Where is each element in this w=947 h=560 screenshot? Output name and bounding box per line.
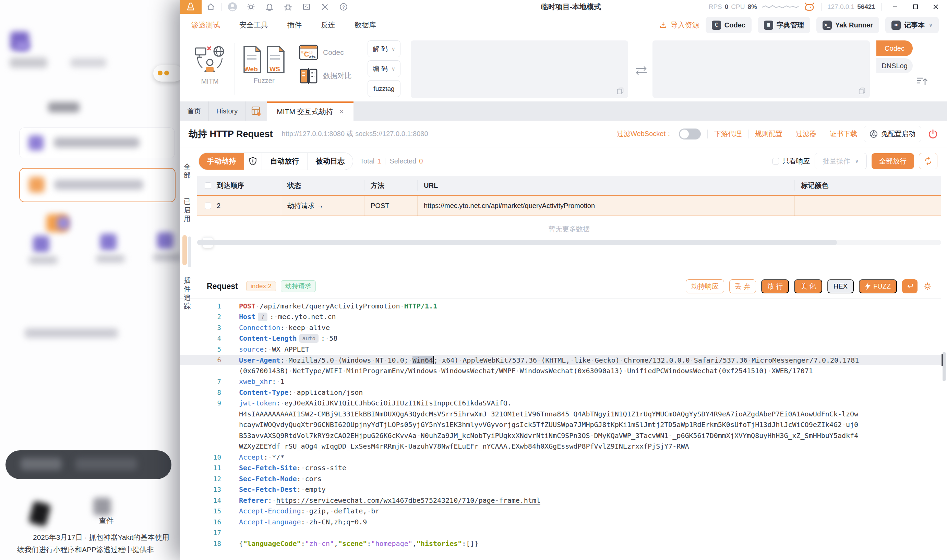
no-config-start-button[interactable]: 免配置启动 bbox=[864, 126, 921, 142]
row-checkbox[interactable] bbox=[205, 203, 211, 209]
codec-input-area[interactable] bbox=[411, 40, 628, 98]
avatar[interactable] bbox=[223, 0, 242, 14]
fuzz-label: FUZZ bbox=[873, 282, 891, 290]
codec-shortcut-button[interactable]: CCodec bbox=[705, 17, 751, 33]
port-text: 56421 bbox=[857, 3, 875, 11]
editor-scrollbar[interactable] bbox=[941, 299, 947, 560]
dict-manager-button[interactable]: ≣字典管理 bbox=[758, 17, 810, 33]
shield-alert-icon[interactable] bbox=[244, 153, 262, 170]
maximize-button[interactable] bbox=[908, 0, 923, 14]
sort-expand-icon[interactable] bbox=[916, 76, 928, 87]
menu-sectools[interactable]: 安全工具 bbox=[239, 20, 268, 30]
send-enter-button[interactable] bbox=[902, 279, 918, 293]
only-response-option[interactable]: 只看响应 bbox=[773, 157, 810, 166]
mitm-tool[interactable]: MITM bbox=[192, 45, 228, 85]
data-compare-tool[interactable]: 数据对比 bbox=[299, 67, 352, 84]
editor-settings-gear-icon[interactable] bbox=[923, 282, 932, 291]
total-count: Total 1 bbox=[360, 157, 381, 165]
divider bbox=[222, 3, 222, 11]
yak-runner-label: Yak Runner bbox=[835, 21, 873, 29]
swap-icon[interactable] bbox=[634, 65, 649, 75]
fuzz-button[interactable]: FUZZ bbox=[859, 279, 897, 293]
select-all-checkbox[interactable] bbox=[205, 182, 211, 189]
scrollbar-thumb[interactable] bbox=[197, 240, 837, 245]
request-panel-header: Request index:2 劫持请求 劫持响应 丢 弃 放 行 美 化 HE… bbox=[180, 274, 941, 299]
refresh-button[interactable] bbox=[919, 153, 938, 169]
tab-history[interactable]: History bbox=[209, 102, 245, 121]
bug-icon[interactable] bbox=[279, 0, 297, 14]
rail-scroll-indicator[interactable] bbox=[182, 235, 187, 265]
col-mark-color[interactable]: 标记颜色 bbox=[795, 180, 941, 191]
rail-scrollbar[interactable] bbox=[188, 237, 191, 267]
rail-tab-all[interactable]: 全部 bbox=[183, 162, 191, 180]
power-stop-icon[interactable] bbox=[928, 129, 938, 139]
table-horizontal-scrollbar[interactable] bbox=[197, 240, 941, 245]
quick-toolbar: MITM Web WS Fuzzer bbox=[180, 36, 947, 102]
col-method[interactable]: 方法 bbox=[365, 180, 417, 191]
tab-dnslog[interactable]: DNSLog bbox=[876, 58, 913, 73]
copy-icon[interactable] bbox=[616, 87, 624, 95]
tab-mitm-active[interactable]: MITM 交互式劫持 × bbox=[267, 102, 353, 121]
filter-websocket-toggle[interactable] bbox=[679, 129, 701, 140]
tab-manual-hijack[interactable]: 手动劫持 bbox=[199, 153, 244, 170]
rule-config-link[interactable]: 规则配置 bbox=[755, 129, 782, 138]
col-url[interactable]: URL bbox=[417, 180, 795, 191]
tab-home[interactable]: 首页 bbox=[180, 102, 209, 121]
beautify-button[interactable]: 美 化 bbox=[794, 279, 822, 293]
tab-passive-log[interactable]: 被动日志 bbox=[308, 153, 353, 170]
hijack-response-button[interactable]: 劫持响应 bbox=[686, 279, 724, 293]
table-row[interactable]: 2 劫持请求 → POST https://mec.yto.net.cn/api… bbox=[197, 195, 941, 216]
only-response-checkbox[interactable] bbox=[773, 158, 779, 165]
console-icon[interactable] bbox=[297, 0, 316, 14]
enter-icon bbox=[906, 282, 914, 290]
close-button[interactable] bbox=[928, 0, 944, 14]
downstream-proxy-link[interactable]: 下游代理 bbox=[714, 129, 742, 138]
hex-button[interactable]: HEX bbox=[827, 279, 854, 293]
rail-tab-enabled[interactable]: 已启用 bbox=[183, 197, 191, 223]
fuzztag-button[interactable]: fuzztag bbox=[368, 80, 400, 97]
browser-icon bbox=[870, 130, 878, 138]
tab-auto-pass[interactable]: 自动放行 bbox=[262, 153, 308, 170]
col-status[interactable]: 状态 bbox=[281, 180, 365, 191]
hijack-status-tag: 劫持请求 bbox=[281, 280, 316, 292]
batch-operation-select[interactable]: 批量操作 ∨ bbox=[815, 153, 867, 169]
bell-icon[interactable] bbox=[260, 0, 279, 14]
close-tab-icon[interactable]: × bbox=[339, 107, 344, 116]
pass-all-button[interactable]: 全部放行 bbox=[872, 153, 914, 169]
menu-plugins[interactable]: 插件 bbox=[287, 20, 302, 30]
home-icon[interactable] bbox=[202, 0, 220, 14]
divider bbox=[234, 43, 235, 95]
selection-overview-mark bbox=[941, 354, 943, 366]
import-resource-button[interactable]: 导入资源 bbox=[659, 20, 699, 30]
col-order[interactable]: 到达顺序 bbox=[217, 181, 244, 190]
encode-dropdown[interactable]: 编 码∨ bbox=[368, 60, 400, 77]
minimize-button[interactable] bbox=[887, 0, 903, 14]
tab-codec[interactable]: Codec bbox=[876, 40, 913, 56]
cert-download-link[interactable]: 证书下载 bbox=[830, 129, 857, 138]
help-icon[interactable]: ? bbox=[334, 0, 353, 14]
yakit-logo[interactable] bbox=[180, 0, 202, 14]
menu-database[interactable]: 数据库 bbox=[354, 20, 376, 30]
fuzzer-icon: Web WS bbox=[242, 46, 286, 74]
cpu-value: 8% bbox=[747, 3, 757, 11]
tools-icon[interactable] bbox=[316, 0, 334, 14]
editor-scrollbar-thumb[interactable] bbox=[942, 352, 945, 381]
blurred-item-text bbox=[54, 137, 140, 148]
codec-output-area[interactable] bbox=[653, 40, 870, 98]
perf-stats: RPS 0 CPU 8% bbox=[709, 3, 757, 11]
decode-dropdown[interactable]: 解 码∨ bbox=[368, 40, 400, 57]
tab-grid-icon[interactable] bbox=[245, 102, 267, 121]
codec-tool[interactable]: 010 10 C </> Codec bbox=[299, 44, 352, 61]
yak-runner-button[interactable]: >_Yak Runner bbox=[816, 17, 879, 33]
menu-pentest[interactable]: 渗透测试 bbox=[191, 20, 220, 30]
filter-link[interactable]: 过滤器 bbox=[796, 129, 816, 138]
discard-button[interactable]: 丢 弃 bbox=[729, 279, 756, 293]
copy-icon[interactable] bbox=[858, 87, 866, 95]
gear-icon[interactable] bbox=[242, 0, 260, 14]
yak-icon[interactable] bbox=[804, 2, 815, 12]
notepad-button[interactable]: ≔记事本∨ bbox=[885, 17, 939, 33]
menu-reverse[interactable]: 反连 bbox=[321, 20, 335, 30]
pass-button[interactable]: 放 行 bbox=[761, 279, 789, 293]
request-editor[interactable]: 1POST·/api/market/queryActivityPromotion… bbox=[180, 299, 941, 560]
fuzzer-tool[interactable]: Web WS Fuzzer bbox=[240, 46, 288, 85]
